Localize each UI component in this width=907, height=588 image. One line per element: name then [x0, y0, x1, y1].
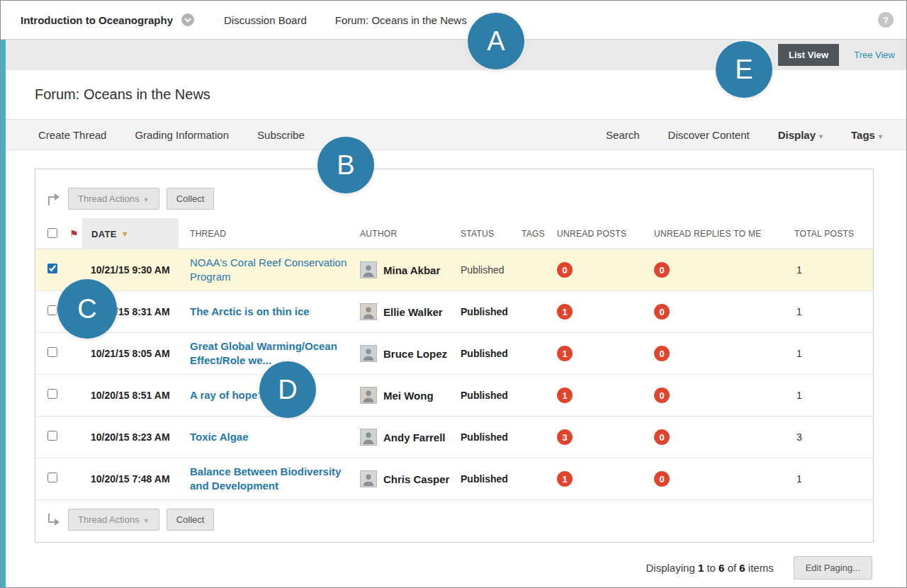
status-label: Published: [461, 306, 522, 317]
callout-a: A: [468, 13, 524, 69]
thread-link[interactable]: NOAA's Coral Reef Conservation Program: [190, 256, 360, 285]
unread-replies-badge[interactable]: 0: [654, 388, 670, 403]
column-header-thread[interactable]: THREAD: [190, 229, 360, 239]
total-posts-value: 1: [794, 264, 873, 276]
help-icon[interactable]: ?: [878, 12, 894, 28]
column-header-status[interactable]: STATUS: [461, 229, 522, 239]
thread-date: 10/20/15 8:51 AM: [91, 390, 190, 401]
paging-from: 1: [698, 562, 704, 574]
unread-posts-badge[interactable]: 1: [557, 388, 573, 403]
unread-replies-badge[interactable]: 0: [654, 262, 670, 278]
table-row: 10/21/15 8:05 AM Great Global Warming/Oc…: [35, 333, 873, 375]
paging-items-word: items: [748, 562, 774, 574]
table-row: 10/20/15 7:48 AM Balance Between Biodive…: [35, 458, 873, 500]
thread-table-header: ⚑ DATE▼ THREAD AUTHOR STATUS TAGS UNREAD…: [35, 218, 873, 249]
thread-date: 10/20/15 7:48 AM: [91, 473, 190, 485]
unread-replies-badge[interactable]: 0: [654, 304, 670, 320]
thread-actions-button[interactable]: Thread Actions▼: [68, 509, 159, 531]
display-dropdown[interactable]: Display▾: [778, 129, 823, 141]
unread-posts-badge[interactable]: 3: [557, 429, 573, 445]
discussion-forum-screen: Introduction to Oceanography Discussion …: [0, 0, 907, 588]
avatar: [360, 345, 377, 362]
column-header-unread-posts[interactable]: UNREAD POSTS: [557, 229, 654, 239]
thread-link[interactable]: Balance Between Biodiversity and Develop…: [190, 465, 360, 494]
column-header-unread-replies[interactable]: UNREAD REPLIES TO ME: [654, 229, 794, 239]
avatar: [360, 261, 377, 278]
paging-of-word: of: [728, 562, 737, 574]
tree-view-link[interactable]: Tree View: [854, 50, 895, 60]
create-thread-button[interactable]: Create Thread: [38, 129, 106, 141]
status-label: Published: [461, 264, 522, 276]
author-cell: Andy Farrell: [360, 429, 461, 446]
column-header-tags[interactable]: TAGS: [522, 229, 557, 239]
discover-content-button[interactable]: Discover Content: [668, 129, 750, 141]
total-posts-value: 1: [794, 473, 873, 485]
status-label: Published: [461, 348, 522, 359]
row-checkbox[interactable]: [47, 431, 57, 441]
status-label: Published: [461, 431, 522, 443]
chevron-down-icon: ▼: [143, 517, 150, 524]
select-arrow-up-icon: [45, 191, 61, 208]
table-row: 10/21/15 8:31 AM The Arctic is on thin i…: [35, 291, 873, 333]
thread-link[interactable]: The Arctic is on thin ice: [190, 305, 360, 319]
author-name: Mei Wong: [383, 390, 434, 402]
grading-information-button[interactable]: Grading Information: [135, 129, 229, 141]
collect-button[interactable]: Collect: [167, 509, 215, 531]
column-header-author[interactable]: AUTHOR: [360, 229, 461, 239]
paging-footer: Displaying 1 to 6 of 6 items Edit Paging…: [646, 556, 872, 579]
thread-actions-label: Thread Actions: [78, 514, 140, 525]
breadcrumb-discussion-board[interactable]: Discussion Board: [224, 14, 307, 26]
action-bar: Create Thread Grading Information Subscr…: [1, 119, 906, 150]
sort-descending-icon: ▼: [121, 230, 129, 238]
paging-total: 6: [739, 562, 745, 574]
unread-replies-badge[interactable]: 0: [654, 429, 670, 445]
display-dropdown-label: Display: [778, 129, 816, 141]
thread-date: 10/21/15 8:05 AM: [91, 348, 190, 359]
thread-date: 10/20/15 8:23 AM: [91, 431, 190, 443]
row-checkbox[interactable]: [47, 473, 57, 482]
subscribe-button[interactable]: Subscribe: [257, 129, 305, 141]
action-bar-left: Create Thread Grading Information Subscr…: [38, 129, 305, 141]
paging-to: 6: [719, 562, 724, 574]
thread-toolbar-top: Thread Actions▼ Collect: [45, 188, 873, 210]
total-posts-value: 1: [794, 348, 873, 359]
unread-posts-badge[interactable]: 1: [557, 471, 573, 487]
thread-link[interactable]: Toxic Algae: [190, 430, 360, 444]
column-header-date[interactable]: DATE▼: [82, 218, 179, 249]
unread-posts-badge[interactable]: 1: [557, 304, 573, 320]
unread-posts-badge[interactable]: 0: [557, 262, 573, 278]
row-checkbox[interactable]: [47, 305, 57, 315]
edit-paging-button[interactable]: Edit Paging...: [794, 556, 872, 579]
list-view-button[interactable]: List View: [778, 44, 839, 66]
thread-toolbar-bottom: Thread Actions▼ Collect: [45, 509, 873, 531]
paging-to-word: to: [706, 562, 716, 574]
unread-posts-badge[interactable]: 1: [557, 346, 573, 361]
table-row: 10/21/15 9:30 AM NOAA's Coral Reef Conse…: [35, 249, 873, 291]
callout-d: D: [259, 361, 316, 418]
callout-b: B: [317, 137, 374, 193]
author-cell: Mina Akbar: [360, 261, 461, 278]
row-checkbox[interactable]: [47, 389, 57, 399]
author-name: Chris Casper: [383, 473, 449, 485]
author-name: Andy Farrell: [383, 431, 446, 443]
select-all-checkbox[interactable]: [47, 228, 57, 238]
action-bar-right: Search Discover Content Display▾ Tags▾: [606, 129, 882, 141]
avatar: [360, 429, 377, 446]
tags-dropdown[interactable]: Tags▾: [851, 129, 882, 141]
row-checkbox[interactable]: [47, 347, 57, 357]
column-header-total-posts[interactable]: TOTAL POSTS: [794, 229, 873, 239]
thread-actions-label: Thread Actions: [78, 193, 140, 204]
collect-button[interactable]: Collect: [167, 188, 215, 210]
unread-replies-badge[interactable]: 0: [654, 346, 670, 361]
course-title: Introduction to Oceanography: [21, 14, 173, 26]
avatar: [360, 387, 377, 404]
row-checkbox[interactable]: [47, 264, 57, 273]
thread-actions-button[interactable]: Thread Actions▼: [68, 188, 159, 210]
author-cell: Mei Wong: [360, 387, 461, 404]
unread-replies-badge[interactable]: 0: [654, 471, 670, 487]
select-arrow-down-icon: [45, 511, 61, 528]
breadcrumb: Discussion Board Forum: Oceans in the Ne…: [224, 14, 467, 26]
search-button[interactable]: Search: [606, 129, 640, 141]
course-menu-chevron-icon[interactable]: [181, 13, 194, 26]
date-header-label: DATE: [91, 229, 117, 239]
